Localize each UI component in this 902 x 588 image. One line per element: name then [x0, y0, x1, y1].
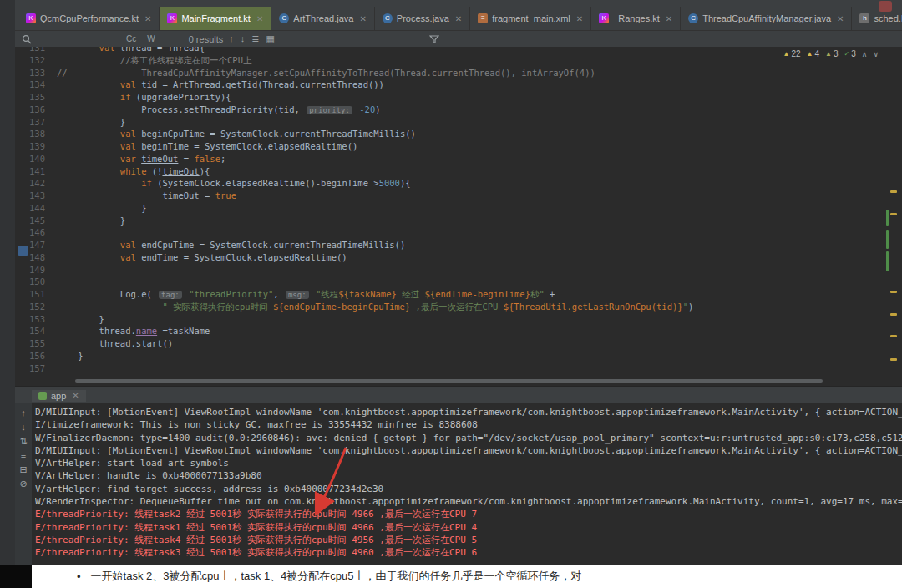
log-line[interactable]: W/RenderInspector: DequeueBuffer time ou…	[35, 495, 902, 508]
run-tab-app[interactable]: app ✕	[32, 390, 86, 402]
line-number: 131	[15, 47, 57, 54]
find-bar: Cc W 0 results ↑↓≣▦	[15, 31, 902, 48]
code-text: if (upgradePriority){	[57, 91, 902, 104]
inspection-count: ▲3	[825, 49, 838, 58]
find-nav-icon[interactable]: ▦	[266, 33, 274, 43]
close-icon[interactable]: ✕	[455, 14, 462, 23]
log-line[interactable]: E/threadPriority: 线程task1 经过 5001秒 实际获得执…	[35, 521, 902, 534]
line-number: 137	[15, 116, 57, 129]
inspection-icon: ▲	[783, 50, 790, 58]
document-note-band: • 一开始task 2、3被分配cpu上，task 1、4被分配在cpu5上，由…	[0, 565, 902, 588]
code-text: var timeOut = false;	[57, 153, 902, 165]
editor-tab-Process.java[interactable]: CProcess.java✕	[375, 7, 470, 30]
line-number: 134	[15, 79, 57, 91]
inspection-widget[interactable]: ▲22▲4▲3✓3∧∨	[783, 49, 879, 58]
run-panel-header: app ✕	[15, 386, 902, 405]
inspection-icon: ▲	[825, 50, 832, 58]
line-number: 138	[15, 128, 57, 140]
whole-words-toggle[interactable]: W	[144, 34, 157, 43]
find-nav-icon[interactable]: ↓	[241, 33, 246, 43]
log-line[interactable]: E/threadPriority: 线程task3 经过 5001秒 实际获得执…	[35, 546, 902, 559]
find-nav-icons[interactable]: ↑↓≣▦	[229, 33, 281, 44]
close-icon[interactable]: ✕	[837, 14, 844, 23]
code-text: }	[57, 350, 902, 362]
log-line[interactable]: I/timizeframework: This is non sticky GC…	[35, 418, 902, 431]
sort-icon[interactable]: ⇅	[19, 436, 27, 447]
code-text: val beginCpuTime = SystemClock.currentTh…	[57, 128, 902, 140]
kotlin-file-icon: K	[599, 13, 609, 23]
close-icon[interactable]: ✕	[256, 14, 263, 23]
code-line: 139 val beginTime = SystemClock.elapsedR…	[15, 140, 902, 153]
stripe-mark[interactable]	[890, 358, 897, 361]
record-indicator-icon	[879, 1, 892, 12]
find-nav-icon[interactable]: ≣	[251, 33, 259, 43]
tab-label: _Ranges.kt	[613, 13, 660, 23]
log-line[interactable]: E/threadPriority: 线程task4 经过 5001秒 实际获得执…	[35, 534, 902, 546]
log-line[interactable]: W/FinalizerDaemon: type=1400 audit(0.0:2…	[35, 432, 902, 444]
stripe-mark[interactable]	[886, 230, 889, 249]
logcat-console[interactable]: ↑↓⇅≡⊟⊘ D/MIUIInput: [MotionEvent] ViewRo…	[15, 403, 902, 565]
editor-tab-_Ranges.kt[interactable]: K_Ranges.kt✕	[591, 7, 681, 30]
up-icon[interactable]: ↑	[21, 408, 26, 418]
code-text: }	[57, 116, 902, 129]
inspection-count: ▲4	[807, 49, 819, 58]
code-line: 148 val endTime = SystemClock.elapsedRea…	[15, 251, 902, 264]
line-number: 133	[15, 67, 57, 79]
kotlin-file-icon: K	[26, 13, 36, 23]
horizontal-scrollbar[interactable]	[75, 379, 823, 383]
stripe-mark[interactable]	[890, 335, 897, 337]
collapse-icon[interactable]: ⊟	[19, 464, 27, 475]
log-output[interactable]: D/MIUIInput: [MotionEvent] ViewRootImpl …	[35, 406, 902, 565]
stripe-mark[interactable]	[890, 213, 897, 215]
code-line: 135 if (upgradePriority){	[15, 91, 902, 104]
tab-label: MainFragment.kt	[181, 13, 251, 23]
inspection-count: ✓3	[844, 49, 856, 58]
close-icon[interactable]: ✕	[576, 14, 583, 23]
close-icon[interactable]: ✕	[72, 391, 79, 400]
find-results-count: 0 results	[189, 34, 224, 44]
line-number: 152	[15, 301, 57, 313]
code-editor[interactable]: 131 val thread = Thread{132 //将工作线程绑定在同一…	[15, 47, 902, 386]
filter-icon[interactable]	[429, 34, 439, 44]
gutter-highlight	[18, 246, 28, 256]
log-line[interactable]: D/MIUIInput: [MotionEvent] ViewRootImpl …	[35, 444, 902, 457]
code-area[interactable]: 131 val thread = Thread{132 //将工作线程绑定在同一…	[15, 47, 902, 374]
code-text: timeOut = true	[57, 190, 902, 202]
log-line[interactable]: E/threadPriority: 线程task2 经过 5001秒 实际获得执…	[35, 508, 902, 520]
inspection-nav-icon[interactable]: ∧	[862, 50, 868, 58]
editor-tab-QcmCpuPerformance.kt[interactable]: KQcmCpuPerformance.kt✕	[18, 7, 160, 30]
stripe-mark[interactable]	[886, 210, 889, 226]
log-line[interactable]: V/ArtHelper: handle is 0xb4000077133a9b8…	[35, 469, 902, 482]
editor-tab-ArtThread.java[interactable]: CArtThread.java✕	[271, 7, 375, 30]
stripe-mark[interactable]	[886, 251, 889, 271]
inspection-number: 4	[815, 49, 820, 58]
clear-console-icon[interactable]: ⊘	[19, 479, 27, 489]
close-icon[interactable]: ✕	[666, 14, 672, 23]
code-line: 132 //将工作线程绑定在同一个CPU上	[15, 54, 902, 67]
line-number: 156	[15, 350, 57, 362]
log-line[interactable]: V/artHelper: find target success, addres…	[35, 483, 902, 495]
console-toolbar: ↑↓⇅≡⊟⊘	[15, 403, 32, 569]
inspection-number: 3	[851, 49, 856, 58]
editor-tab-MainFragment.kt[interactable]: KMainFragment.kt✕	[160, 7, 271, 30]
close-icon[interactable]: ✕	[144, 14, 151, 23]
match-case-toggle[interactable]: Cc	[124, 34, 139, 43]
code-line: 143 timeOut = true	[15, 190, 902, 202]
line-number: 132	[15, 54, 57, 67]
java-file-icon: C	[383, 13, 393, 23]
editor-tab-sched.h[interactable]: hsched.h✕	[852, 7, 902, 30]
log-line[interactable]: D/MIUIInput: [MotionEvent] ViewRootImpl …	[35, 406, 902, 418]
close-icon[interactable]: ✕	[359, 14, 366, 23]
editor-tab-fragment_main.xml[interactable]: ≡fragment_main.xml✕	[470, 7, 591, 30]
stripe-mark[interactable]	[890, 313, 897, 316]
down-icon[interactable]: ↓	[21, 422, 26, 433]
stripe-mark[interactable]	[890, 291, 897, 293]
find-input[interactable]	[38, 33, 118, 45]
soft-wrap-icon[interactable]: ≡	[21, 450, 26, 461]
find-nav-icon[interactable]: ↑	[229, 33, 234, 43]
editor-tab-ThreadCpuAffinityManager.java[interactable]: CThreadCpuAffinityManager.java✕	[681, 7, 852, 30]
code-text: val thread = Thread{	[57, 47, 902, 54]
stripe-mark[interactable]	[890, 190, 897, 193]
log-line[interactable]: V/ArtHelper: start load art symbols	[35, 457, 902, 469]
inspection-nav-icon[interactable]: ∨	[873, 50, 879, 58]
